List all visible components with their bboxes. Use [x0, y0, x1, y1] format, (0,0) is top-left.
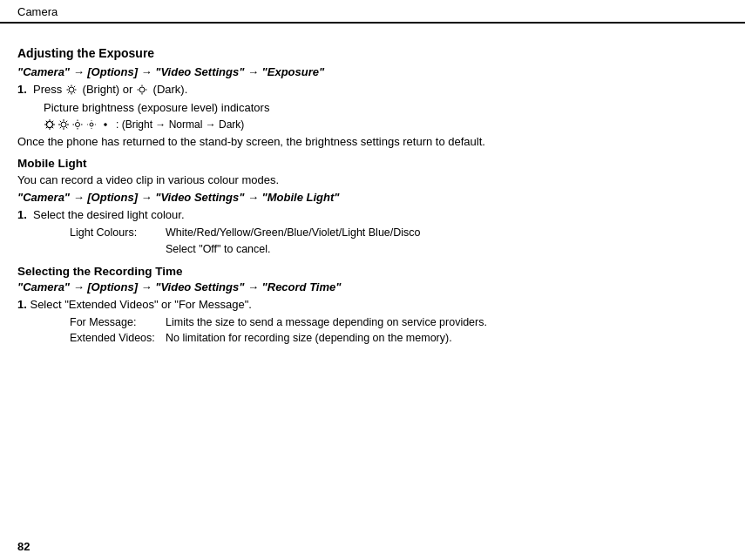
indicator-row: : (Bright → Normal → Dark)	[44, 118, 728, 131]
mobile-light-intro: You can record a video clip in various c…	[17, 172, 728, 188]
brightness-icon-5	[99, 118, 112, 131]
svg-line-8	[68, 92, 69, 93]
section-adjusting-exposure: Adjusting the Exposure "Camera" → [Optio…	[17, 46, 728, 150]
step-number-rt: 1.	[17, 298, 27, 311]
nav-path-exposure: "Camera" → [Options] → "Video Settings" …	[17, 65, 728, 78]
svg-line-7	[74, 85, 75, 86]
svg-line-29	[66, 127, 67, 128]
step-text-ml: Select the desired light colour.	[30, 208, 184, 221]
section-heading-mobile-light: Mobile Light	[17, 157, 728, 170]
bright-icon	[66, 84, 78, 97]
light-off-value: Select "Off" to cancel.	[166, 241, 271, 258]
brightness-icon-3	[71, 118, 84, 131]
brightness-icon-2	[58, 118, 70, 131]
svg-point-42	[105, 123, 107, 125]
svg-point-32	[76, 122, 80, 126]
light-colours-label: Light Colours:	[70, 225, 166, 241]
page-container: Camera Adjusting the Exposure "Camera" →…	[0, 0, 745, 560]
dark-icon	[137, 84, 149, 97]
header-bar: Camera	[0, 0, 745, 23]
step-number-ml: 1.	[17, 208, 27, 221]
content-area: Adjusting the Exposure "Camera" → [Optio…	[0, 34, 745, 366]
for-message-label: For Message:	[70, 314, 166, 331]
svg-point-23	[61, 122, 66, 127]
step-text-rt: Select "Extended Videos" or "For Message…	[30, 298, 252, 311]
extended-videos-row: Extended Videos: No limitation for recor…	[70, 330, 728, 347]
nav-path-mobile-light: "Camera" → [Options] → "Video Settings" …	[17, 191, 728, 204]
brightness-label: : (Bright → Normal → Dark)	[116, 118, 244, 131]
step-number: 1.	[17, 83, 27, 96]
brightness-icon-1	[44, 118, 56, 131]
svg-line-6	[74, 92, 75, 93]
svg-line-20	[52, 127, 53, 128]
light-off-row: Select "Off" to cancel.	[70, 241, 728, 258]
extended-videos-value: No limitation for recording size (depend…	[166, 330, 452, 347]
header-title: Camera	[17, 5, 58, 18]
step-1-mobile-light: 1. Select the desired light colour.	[17, 208, 728, 221]
step-dark-label: (Dark).	[153, 83, 188, 96]
light-colours-value: White/Red/Yellow/Green/Blue/Violet/Light…	[166, 225, 421, 241]
svg-point-37	[90, 123, 93, 126]
svg-point-14	[47, 121, 53, 127]
indent-block-exposure: Picture brightness (exposure level) indi…	[44, 100, 728, 131]
for-message-row: For Message: Limits the size to send a m…	[70, 314, 728, 331]
section-recording-time: Selecting the Recording Time "Camera" → …	[17, 265, 728, 347]
section-heading-exposure: Adjusting the Exposure	[17, 46, 728, 60]
step-bright-label: (Bright) or	[83, 83, 136, 96]
step-text: Press	[30, 83, 64, 96]
light-off-label	[70, 241, 166, 258]
step-1-exposure: 1. Press (Brigh	[17, 83, 728, 97]
picture-brightness-text: Picture brightness (exposure level) indi…	[44, 100, 728, 116]
svg-point-0	[69, 87, 74, 92]
page-number: 82	[17, 540, 30, 553]
svg-line-5	[68, 85, 69, 86]
section-mobile-light: Mobile Light You can record a video clip…	[17, 157, 728, 258]
svg-line-30	[66, 121, 67, 122]
svg-line-31	[60, 127, 61, 128]
separator-line	[0, 23, 745, 24]
svg-point-9	[139, 87, 145, 92]
svg-line-19	[46, 121, 47, 122]
brightness-icon-4	[85, 118, 98, 131]
indent-block-mobile-light: Light Colours: White/Red/Yellow/Green/Bl…	[44, 225, 728, 258]
nav-path-recording-time: "Camera" → [Options] → "Video Settings" …	[17, 280, 728, 293]
exposure-note: Once the phone has returned to the stand…	[17, 134, 728, 150]
section-heading-recording-time: Selecting the Recording Time	[17, 265, 728, 278]
svg-line-22	[46, 127, 47, 128]
indent-block-recording-time: For Message: Limits the size to send a m…	[44, 314, 728, 347]
svg-line-21	[52, 121, 53, 122]
extended-videos-label: Extended Videos:	[70, 330, 166, 347]
step-1-recording-time: 1. Select "Extended Videos" or "For Mess…	[17, 298, 728, 311]
for-message-value: Limits the size to send a message depend…	[166, 314, 487, 331]
light-colours-row: Light Colours: White/Red/Yellow/Green/Bl…	[70, 225, 728, 241]
svg-line-28	[60, 121, 61, 122]
